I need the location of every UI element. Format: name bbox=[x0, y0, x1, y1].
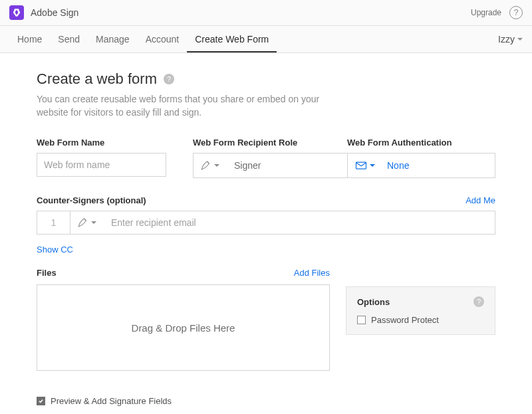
role-selector[interactable]: Signer bbox=[193, 153, 347, 178]
counter-role-selector[interactable] bbox=[70, 211, 103, 234]
dropzone-text: Drag & Drop Files Here bbox=[132, 322, 235, 334]
form-row-top: Web Form Name Web Form Recipient Role Si… bbox=[37, 138, 495, 178]
user-menu[interactable]: Izzy bbox=[498, 34, 523, 45]
counter-signers-header: Counter-Signers (optional) Add Me bbox=[37, 195, 495, 205]
password-protect-checkbox[interactable] bbox=[357, 316, 366, 324]
page-description: You can create reusable web forms that y… bbox=[37, 93, 336, 119]
preview-label: Preview & Add Signature Fields bbox=[51, 396, 172, 406]
user-name: Izzy bbox=[498, 34, 515, 45]
password-protect-row: Password Protect bbox=[357, 315, 484, 325]
add-files-link[interactable]: Add Files bbox=[294, 268, 330, 278]
app-logo-icon bbox=[9, 5, 24, 20]
bottom-row: Preview & Add Signature Fields Next bbox=[37, 396, 495, 414]
page-title: Create a web form bbox=[37, 70, 157, 88]
files-label: Files bbox=[37, 268, 57, 278]
app-name: Adobe Sign bbox=[31, 7, 78, 18]
options-help-icon[interactable]: ? bbox=[473, 296, 484, 307]
topbar-left: Adobe Sign bbox=[9, 5, 78, 20]
chevron-down-icon bbox=[91, 221, 96, 224]
files-header: Files Add Files bbox=[37, 268, 330, 278]
pen-icon bbox=[77, 217, 89, 229]
envelope-icon bbox=[354, 159, 375, 172]
auth-selector[interactable]: None bbox=[347, 153, 495, 178]
preview-row: Preview & Add Signature Fields bbox=[37, 396, 495, 406]
counter-signer-row: 1 bbox=[37, 211, 495, 235]
tab-send[interactable]: Send bbox=[50, 26, 88, 52]
svg-rect-0 bbox=[356, 162, 366, 169]
form-auth-col: Web Form Authentication None bbox=[347, 138, 495, 178]
top-bar: Adobe Sign Upgrade ? bbox=[0, 0, 532, 26]
files-row: Files Add Files Drag & Drop Files Here O… bbox=[37, 268, 495, 371]
tabs: Home Send Manage Account Create Web Form bbox=[9, 26, 277, 52]
form-role-label: Web Form Recipient Role bbox=[193, 138, 347, 148]
files-left: Files Add Files Drag & Drop Files Here bbox=[37, 268, 330, 371]
tab-bar: Home Send Manage Account Create Web Form… bbox=[0, 26, 532, 53]
page-help-icon[interactable]: ? bbox=[164, 74, 174, 84]
auth-value: None bbox=[387, 160, 409, 171]
upgrade-link[interactable]: Upgrade bbox=[471, 8, 501, 17]
chevron-down-icon bbox=[517, 38, 523, 41]
form-auth-label: Web Form Authentication bbox=[347, 138, 495, 148]
pen-icon bbox=[200, 159, 219, 171]
chevron-down-icon bbox=[214, 164, 219, 167]
counter-signers-label: Counter-Signers (optional) bbox=[37, 195, 146, 205]
role-value: Signer bbox=[234, 160, 261, 171]
options-header: Options ? bbox=[357, 296, 484, 307]
form-name-label: Web Form Name bbox=[37, 138, 193, 148]
tab-manage[interactable]: Manage bbox=[88, 26, 138, 52]
counter-email-input[interactable] bbox=[103, 211, 495, 234]
page-title-row: Create a web form ? bbox=[37, 70, 495, 88]
form-role-col: Web Form Recipient Role Signer bbox=[193, 138, 347, 178]
chevron-down-icon bbox=[370, 164, 375, 167]
options-panel: Options ? Password Protect bbox=[346, 286, 495, 335]
help-icon[interactable]: ? bbox=[509, 6, 523, 19]
add-me-link[interactable]: Add Me bbox=[466, 195, 495, 205]
tab-create-web-form[interactable]: Create Web Form bbox=[187, 26, 277, 52]
preview-checkbox[interactable] bbox=[37, 397, 45, 405]
tab-home[interactable]: Home bbox=[9, 26, 50, 52]
main-content: Create a web form ? You can create reusa… bbox=[0, 53, 532, 414]
password-protect-label: Password Protect bbox=[371, 315, 439, 325]
counter-index: 1 bbox=[37, 211, 70, 234]
web-form-name-input[interactable] bbox=[37, 153, 166, 177]
files-dropzone[interactable]: Drag & Drop Files Here bbox=[37, 284, 330, 371]
options-title: Options bbox=[357, 297, 390, 307]
form-name-col: Web Form Name bbox=[37, 138, 193, 178]
show-cc-link[interactable]: Show CC bbox=[37, 245, 73, 255]
tab-account[interactable]: Account bbox=[138, 26, 188, 52]
topbar-right: Upgrade ? bbox=[471, 6, 523, 19]
